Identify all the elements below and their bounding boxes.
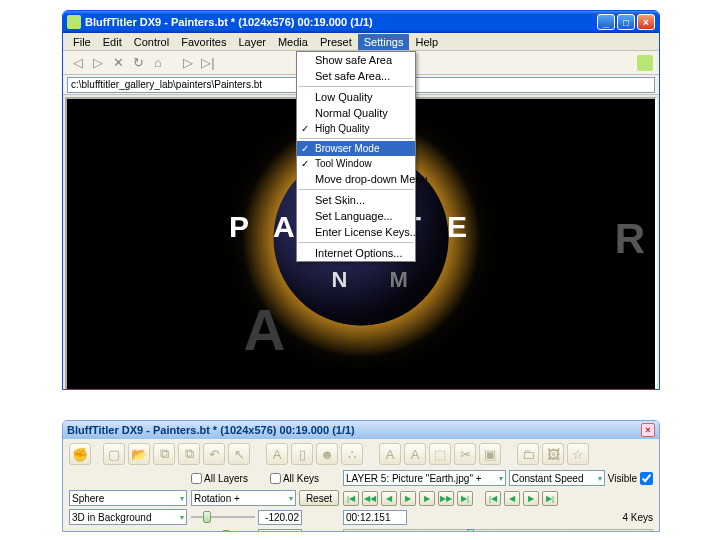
menu-layer[interactable]: Layer	[232, 34, 272, 50]
dd-tool-window[interactable]: Tool Window	[297, 156, 415, 171]
value-0[interactable]: -120.02	[258, 510, 302, 525]
tool-btn-arrow[interactable]: ↖	[228, 443, 250, 465]
brand-icon	[637, 55, 653, 71]
tool-btn-img[interactable]: 🖾	[542, 443, 564, 465]
stop-icon[interactable]: ✕	[109, 54, 127, 72]
tool-btn-folder[interactable]: 🗀	[517, 443, 539, 465]
forward-icon[interactable]: ▷	[89, 54, 107, 72]
tool-btn-fx1[interactable]: A	[379, 443, 401, 465]
tool-btn-particles[interactable]: ∴	[341, 443, 363, 465]
last-key-button[interactable]: ▶|	[457, 491, 473, 506]
text-a: A	[243, 296, 285, 363]
tool-btn-undo[interactable]: ↶	[203, 443, 225, 465]
window-title: BluffTitler DX9 - Painters.bt * (1024x57…	[85, 16, 597, 28]
jump-start-button[interactable]: |◀	[485, 491, 501, 506]
slider-0[interactable]	[191, 510, 255, 524]
tool-window: BluffTitler DX9 - Painters.bt * (1024x57…	[62, 420, 660, 532]
dd-set-safe-area[interactable]: Set safe Area...	[297, 68, 415, 84]
tool-close-button[interactable]: ×	[641, 423, 655, 437]
tool-btn-fav[interactable]: ☆	[567, 443, 589, 465]
menu-favorites[interactable]: Favorites	[175, 34, 232, 50]
jump-prev-button[interactable]: ◀	[504, 491, 520, 506]
menu-media[interactable]: Media	[272, 34, 314, 50]
slider-1[interactable]	[191, 529, 255, 532]
timeline-cursor[interactable]	[467, 529, 474, 533]
tool-title-text: BluffTitler DX9 - Painters.bt * (1024x57…	[67, 424, 355, 436]
visible-label: Visible	[608, 473, 637, 484]
dd-license-keys[interactable]: Enter License Keys...	[297, 224, 415, 240]
close-button[interactable]: ×	[637, 14, 655, 30]
tool-btn-new[interactable]: ▢	[103, 443, 125, 465]
property-select[interactable]: Rotation +	[191, 490, 296, 506]
menu-settings[interactable]: Settings	[358, 34, 410, 50]
tool-btn-paste[interactable]: ⧉	[178, 443, 200, 465]
text-r: R	[615, 215, 645, 263]
next-key-button[interactable]: ▶▶	[438, 491, 454, 506]
tool-btn-fx2[interactable]: A	[404, 443, 426, 465]
dd-browser-mode[interactable]: Browser Mode	[297, 141, 415, 156]
text-nm: N M	[332, 267, 426, 293]
back-icon[interactable]: ◁	[69, 54, 87, 72]
dd-set-language[interactable]: Set Language...	[297, 208, 415, 224]
main-window: BluffTitler DX9 - Painters.bt * (1024x57…	[62, 10, 660, 390]
tool-btn-page[interactable]: ▯	[291, 443, 313, 465]
menubar: File Edit Control Favorites Layer Media …	[63, 33, 659, 51]
play-button[interactable]: ▶	[400, 491, 416, 506]
next-icon[interactable]: ▷|	[199, 54, 217, 72]
dd-high-quality[interactable]: High Quality	[297, 121, 415, 136]
dd-show-safe-area[interactable]: Show safe Area	[297, 52, 415, 68]
jump-end-button[interactable]: ▶|	[542, 491, 558, 506]
refresh-icon[interactable]: ↻	[129, 54, 147, 72]
dd-internet-options[interactable]: Internet Options...	[297, 245, 415, 261]
dd-low-quality[interactable]: Low Quality	[297, 89, 415, 105]
home-icon[interactable]: ⌂	[149, 54, 167, 72]
visible-checkbox[interactable]	[640, 472, 653, 485]
menu-file[interactable]: File	[67, 34, 97, 50]
all-keys-checkbox[interactable]: All Keys	[270, 473, 319, 484]
settings-dropdown: Show safe Area Set safe Area... Low Qual…	[296, 51, 416, 262]
dd-normal-quality[interactable]: Normal Quality	[297, 105, 415, 121]
tool-btn-open[interactable]: 📂	[128, 443, 150, 465]
tool-btn-1[interactable]: ✊	[69, 443, 91, 465]
select-3d-bg[interactable]: 3D in Background	[69, 509, 187, 525]
minimize-button[interactable]: _	[597, 14, 615, 30]
maximize-button[interactable]: □	[617, 14, 635, 30]
app-icon	[67, 15, 81, 29]
select-sphere[interactable]: Sphere	[69, 490, 187, 506]
keys-count: 4 Keys	[622, 512, 653, 523]
menu-edit[interactable]: Edit	[97, 34, 128, 50]
tool-btn-text[interactable]: A	[266, 443, 288, 465]
time-field[interactable]: 00:12.151	[343, 510, 407, 525]
layer-select[interactable]: LAYER 5: Picture "Earth.jpg" +	[343, 470, 506, 486]
menu-preset[interactable]: Preset	[314, 34, 358, 50]
tool-btn-copy[interactable]: ⧉	[153, 443, 175, 465]
first-key-button[interactable]: |◀	[343, 491, 359, 506]
tool-btn-head[interactable]: ☻	[316, 443, 338, 465]
all-layers-checkbox[interactable]: All Layers	[191, 473, 248, 484]
step-back-button[interactable]: ◀	[381, 491, 397, 506]
tool-btn-layer[interactable]: ▣	[479, 443, 501, 465]
speed-select[interactable]: Constant Speed	[509, 470, 605, 486]
tool-btn-mesh[interactable]: ⬚	[429, 443, 451, 465]
tool-btn-cut[interactable]: ✂	[454, 443, 476, 465]
menu-help[interactable]: Help	[409, 34, 444, 50]
step-fwd-button[interactable]: ▶	[419, 491, 435, 506]
tool-toolbar: ✊ ▢ 📂 ⧉ ⧉ ↶ ↖ A ▯ ☻ ∴ A A ⬚ ✂ ▣ 🗀 🖾 ☆	[69, 441, 653, 467]
dd-set-skin[interactable]: Set Skin...	[297, 192, 415, 208]
reset-button[interactable]: Reset	[299, 490, 339, 506]
prev-key-button[interactable]: ◀◀	[362, 491, 378, 506]
timeline[interactable]	[343, 529, 653, 533]
dd-move-dropdown[interactable]: Move drop-down Menu	[297, 171, 415, 187]
titlebar[interactable]: BluffTitler DX9 - Painters.bt * (1024x57…	[63, 11, 659, 33]
menu-control[interactable]: Control	[128, 34, 175, 50]
value-1[interactable]: 0	[258, 529, 302, 533]
jump-next-button[interactable]: ▶	[523, 491, 539, 506]
play-icon[interactable]: ▷	[179, 54, 197, 72]
tool-titlebar[interactable]: BluffTitler DX9 - Painters.bt * (1024x57…	[63, 421, 659, 439]
